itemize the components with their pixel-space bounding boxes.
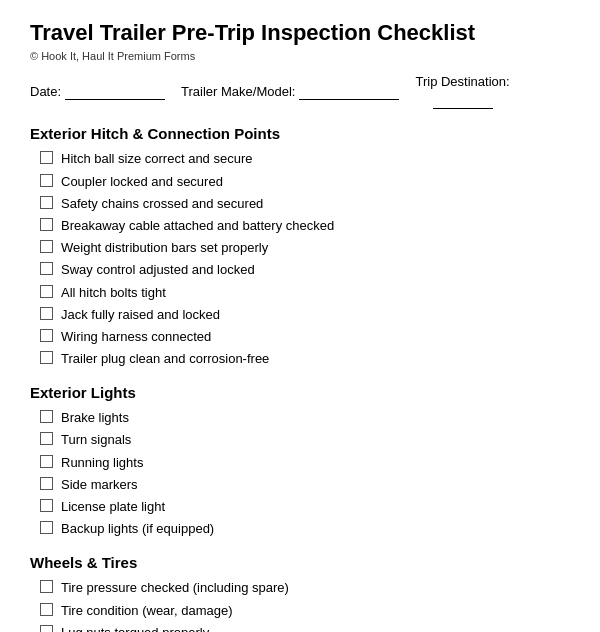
checklist-exterior-hitch: Hitch ball size correct and secureCouple…	[40, 150, 570, 368]
checklist-item-label: Side markers	[61, 476, 138, 494]
section-title-exterior-hitch: Exterior Hitch & Connection Points	[30, 125, 570, 142]
checkbox-icon[interactable]	[40, 603, 53, 616]
date-input[interactable]	[65, 84, 165, 100]
list-item[interactable]: Side markers	[40, 476, 570, 494]
model-label: Trailer Make/Model:	[181, 84, 295, 99]
list-item[interactable]: Running lights	[40, 454, 570, 472]
checklist-item-label: Breakaway cable attached and battery che…	[61, 217, 334, 235]
checklist-exterior-lights: Brake lightsTurn signalsRunning lightsSi…	[40, 409, 570, 538]
checklist-item-label: License plate light	[61, 498, 165, 516]
checkbox-icon[interactable]	[40, 351, 53, 364]
checklist-item-label: Turn signals	[61, 431, 131, 449]
list-item[interactable]: Brake lights	[40, 409, 570, 427]
sections-container: Exterior Hitch & Connection PointsHitch …	[30, 125, 570, 632]
checklist-wheels-tires: Tire pressure checked (including spare)T…	[40, 579, 570, 632]
list-item[interactable]: Sway control adjusted and locked	[40, 261, 570, 279]
section-exterior-hitch: Exterior Hitch & Connection PointsHitch …	[30, 125, 570, 368]
list-item[interactable]: Breakaway cable attached and battery che…	[40, 217, 570, 235]
checkbox-icon[interactable]	[40, 262, 53, 275]
list-item[interactable]: Wiring harness connected	[40, 328, 570, 346]
checklist-item-label: Safety chains crossed and secured	[61, 195, 263, 213]
checkbox-icon[interactable]	[40, 218, 53, 231]
checkbox-icon[interactable]	[40, 329, 53, 342]
checkbox-icon[interactable]	[40, 307, 53, 320]
destination-input[interactable]	[433, 93, 493, 109]
list-item[interactable]: Coupler locked and secured	[40, 173, 570, 191]
checkbox-icon[interactable]	[40, 151, 53, 164]
list-item[interactable]: Trailer plug clean and corrosion-free	[40, 350, 570, 368]
list-item[interactable]: Tire condition (wear, damage)	[40, 602, 570, 620]
model-input[interactable]	[299, 84, 399, 100]
checkbox-icon[interactable]	[40, 580, 53, 593]
list-item[interactable]: All hitch bolts tight	[40, 284, 570, 302]
list-item[interactable]: License plate light	[40, 498, 570, 516]
checkbox-icon[interactable]	[40, 285, 53, 298]
checkbox-icon[interactable]	[40, 174, 53, 187]
list-item[interactable]: Turn signals	[40, 431, 570, 449]
checklist-item-label: Weight distribution bars set properly	[61, 239, 268, 257]
copyright-text: © Hook It, Haul It Premium Forms	[30, 50, 570, 62]
list-item[interactable]: Jack fully raised and locked	[40, 306, 570, 324]
checkbox-icon[interactable]	[40, 240, 53, 253]
checkbox-icon[interactable]	[40, 455, 53, 468]
section-title-exterior-lights: Exterior Lights	[30, 384, 570, 401]
date-field[interactable]: Date:	[30, 74, 165, 109]
checkbox-icon[interactable]	[40, 410, 53, 423]
destination-label: Trip Destination:	[415, 74, 509, 89]
checklist-item-label: Tire pressure checked (including spare)	[61, 579, 289, 597]
checklist-item-label: Wiring harness connected	[61, 328, 211, 346]
checklist-item-label: Running lights	[61, 454, 143, 472]
section-title-wheels-tires: Wheels & Tires	[30, 554, 570, 571]
checkbox-icon[interactable]	[40, 521, 53, 534]
checkbox-icon[interactable]	[40, 432, 53, 445]
date-label: Date:	[30, 84, 61, 99]
checklist-item-label: Coupler locked and secured	[61, 173, 223, 191]
form-fields: Date: Trailer Make/Model: Trip Destinati…	[30, 74, 570, 109]
page-title: Travel Trailer Pre-Trip Inspection Check…	[30, 20, 570, 46]
checkbox-icon[interactable]	[40, 477, 53, 490]
checklist-item-label: Hitch ball size correct and secure	[61, 150, 252, 168]
section-wheels-tires: Wheels & TiresTire pressure checked (inc…	[30, 554, 570, 632]
destination-field[interactable]: Trip Destination:	[415, 74, 509, 109]
checklist-item-label: Backup lights (if equipped)	[61, 520, 214, 538]
checklist-item-label: Lug nuts torqued properly	[61, 624, 209, 632]
checkbox-icon[interactable]	[40, 499, 53, 512]
checklist-item-label: Tire condition (wear, damage)	[61, 602, 233, 620]
checkbox-icon[interactable]	[40, 196, 53, 209]
section-exterior-lights: Exterior LightsBrake lightsTurn signalsR…	[30, 384, 570, 538]
checkbox-icon[interactable]	[40, 625, 53, 632]
list-item[interactable]: Backup lights (if equipped)	[40, 520, 570, 538]
list-item[interactable]: Lug nuts torqued properly	[40, 624, 570, 632]
checklist-item-label: Trailer plug clean and corrosion-free	[61, 350, 269, 368]
list-item[interactable]: Tire pressure checked (including spare)	[40, 579, 570, 597]
model-field[interactable]: Trailer Make/Model:	[181, 74, 399, 109]
list-item[interactable]: Hitch ball size correct and secure	[40, 150, 570, 168]
checklist-item-label: Brake lights	[61, 409, 129, 427]
checklist-item-label: All hitch bolts tight	[61, 284, 166, 302]
list-item[interactable]: Safety chains crossed and secured	[40, 195, 570, 213]
list-item[interactable]: Weight distribution bars set properly	[40, 239, 570, 257]
checklist-item-label: Jack fully raised and locked	[61, 306, 220, 324]
checklist-item-label: Sway control adjusted and locked	[61, 261, 255, 279]
